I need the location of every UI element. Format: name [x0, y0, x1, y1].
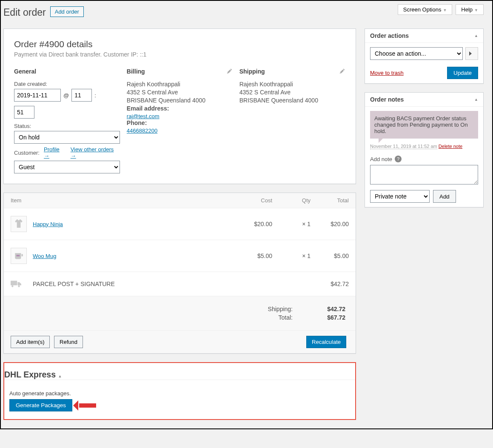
- at-label: @: [63, 92, 69, 99]
- hour-input[interactable]: [71, 89, 92, 102]
- order-items-box: Item Cost Qty Total Happy Ninja $20.00 ×…: [3, 193, 356, 354]
- note-type-select[interactable]: Private note: [370, 190, 430, 203]
- order-actions-title: Order actions: [370, 32, 409, 39]
- order-data-box: Order #4900 details Payment via Direct b…: [3, 28, 356, 184]
- billing-line2: BRISBANE Queensland 4000: [127, 97, 233, 104]
- screen-options-button[interactable]: Screen Options▼: [398, 4, 453, 15]
- shipping-row: PARCEL POST + SIGNATURE $42.72: [4, 272, 356, 296]
- shipping-value: $42.72: [294, 306, 345, 312]
- refund-button[interactable]: Refund: [54, 336, 83, 348]
- order-notes-box: Order notes ▲ Awaiting BACS payment Orde…: [365, 92, 484, 207]
- minute-input[interactable]: [14, 106, 34, 119]
- customer-label: Customer:: [14, 150, 40, 156]
- billing-phone[interactable]: 4466882200: [127, 128, 157, 134]
- product-thumb: [11, 216, 27, 232]
- add-note-button[interactable]: Add: [433, 190, 456, 203]
- toggle-icon[interactable]: ▲: [474, 97, 478, 102]
- item-name-link[interactable]: Woo Mug: [33, 253, 56, 259]
- item-qty: × 1: [272, 221, 311, 227]
- total-label: Total:: [80, 314, 293, 321]
- dhl-express-box: DHL Express ▲ Auto generate packages. Ge…: [3, 362, 356, 420]
- note-textarea[interactable]: [370, 165, 478, 184]
- col-cost: Cost: [234, 197, 272, 204]
- dhl-title: DHL Express: [4, 370, 56, 379]
- shipping-line1: 4352 S Central Ave: [239, 89, 345, 96]
- billing-email[interactable]: raj@test.com: [127, 113, 160, 119]
- customer-select[interactable]: Guest: [14, 161, 120, 173]
- shipping-method: PARCEL POST + SIGNATURE: [33, 281, 234, 287]
- edit-shipping-icon[interactable]: [339, 68, 345, 74]
- update-button[interactable]: Update: [447, 67, 478, 79]
- item-cost: $5.00: [234, 252, 272, 259]
- item-total: $20.00: [311, 221, 349, 227]
- status-select[interactable]: On hold: [14, 131, 120, 144]
- order-note: Awaiting BACS payment Order status chang…: [370, 111, 478, 139]
- item-total: $5.00: [311, 252, 349, 259]
- shipping-total: $42.72: [311, 281, 349, 287]
- toggle-icon[interactable]: ▲: [58, 374, 62, 378]
- generate-packages-button[interactable]: Generate Packages: [9, 399, 72, 411]
- order-actions-box: Order actions ▲ Choose an action... Move…: [365, 28, 484, 84]
- date-label: Date created:: [14, 81, 120, 87]
- dhl-text: Auto generate packages.: [9, 390, 350, 397]
- shipping-heading: Shipping: [239, 68, 345, 75]
- col-item: Item: [11, 197, 234, 204]
- item-row: Woo Mug $5.00 × 1 $5.00: [4, 240, 356, 272]
- profile-link[interactable]: Profile →: [44, 146, 66, 159]
- order-meta: Payment via Direct bank transfer. Custom…: [14, 51, 345, 58]
- truck-icon: [11, 280, 27, 288]
- item-name-link[interactable]: Happy Ninja: [33, 221, 63, 227]
- col-total: Total: [311, 197, 349, 204]
- status-label: Status:: [14, 123, 120, 129]
- colon-label: :: [94, 92, 96, 99]
- view-other-orders-link[interactable]: View other orders →: [71, 146, 120, 159]
- delete-note-link[interactable]: Delete note: [439, 144, 462, 149]
- order-notes-title: Order notes: [370, 96, 404, 103]
- billing-heading: Billing: [127, 68, 233, 75]
- item-row: Happy Ninja $20.00 × 1 $20.00: [4, 208, 356, 240]
- edit-billing-icon[interactable]: [227, 68, 233, 74]
- date-input[interactable]: [14, 89, 61, 102]
- item-qty: × 1: [272, 252, 311, 259]
- total-value: $67.72: [294, 314, 345, 321]
- page-title: Edit order: [3, 3, 46, 20]
- col-qty: Qty: [272, 197, 311, 204]
- billing-line1: 4352 S Central Ave: [127, 89, 233, 96]
- product-thumb: [11, 248, 27, 264]
- move-to-trash-link[interactable]: Move to trash: [370, 70, 404, 76]
- svg-rect-0: [17, 255, 20, 256]
- email-label: Email address:: [127, 105, 233, 112]
- apply-action-button[interactable]: [465, 47, 478, 60]
- toggle-icon[interactable]: ▲: [474, 34, 478, 38]
- note-timestamp: November 11, 2019 at 11:52 am: [370, 144, 437, 149]
- order-action-select[interactable]: Choose an action...: [370, 47, 463, 60]
- order-title: Order #4900 details: [14, 39, 345, 49]
- general-heading: General: [14, 68, 120, 75]
- add-order-button[interactable]: Add order: [50, 6, 84, 17]
- item-cost: $20.00: [234, 221, 272, 227]
- help-icon[interactable]: ?: [395, 156, 402, 162]
- shipping-line2: BRISBANE Queensland 4000: [239, 97, 345, 104]
- add-note-label: Add note: [370, 156, 392, 162]
- shipping-name: Rajesh Koothrappali: [239, 81, 345, 88]
- add-items-button[interactable]: Add item(s): [11, 336, 50, 348]
- shipping-label: Shipping:: [80, 306, 293, 312]
- recalculate-button[interactable]: Recalculate: [306, 336, 346, 348]
- help-button[interactable]: Help▼: [456, 4, 484, 15]
- phone-label: Phone:: [127, 119, 233, 126]
- billing-name: Rajesh Koothrappali: [127, 81, 233, 88]
- arrow-annotation: [79, 403, 96, 408]
